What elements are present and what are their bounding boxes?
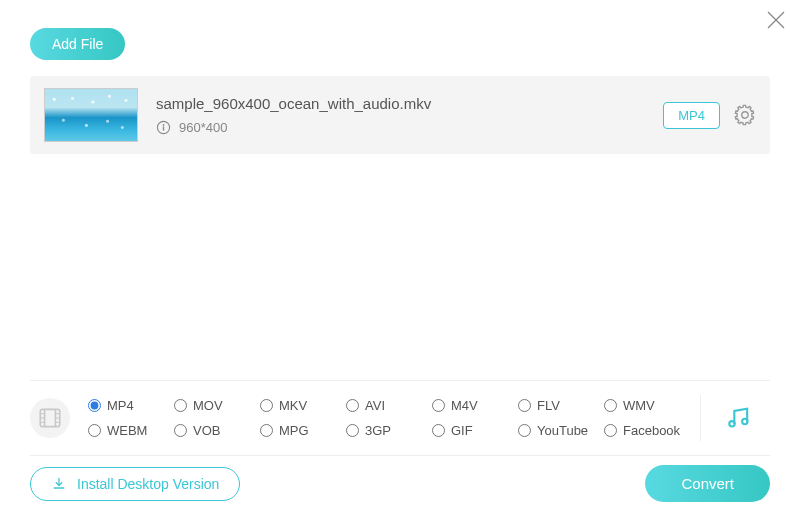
format-label: Facebook <box>623 423 680 438</box>
format-radio-youtube[interactable] <box>518 424 531 437</box>
format-label: 3GP <box>365 423 391 438</box>
video-category-icon[interactable] <box>30 398 70 438</box>
install-desktop-label: Install Desktop Version <box>77 476 219 492</box>
footer: Install Desktop Version Convert <box>30 465 770 502</box>
format-radio-flv[interactable] <box>518 399 531 412</box>
output-format-badge[interactable]: MP4 <box>663 102 720 129</box>
format-option-youtube[interactable]: YouTube <box>518 423 604 438</box>
format-radio-mov[interactable] <box>174 399 187 412</box>
format-grid: MP4MOVMKVAVIM4VFLVWMVWEBMVOBMPG3GPGIFYou… <box>88 398 690 438</box>
format-label: MPG <box>279 423 309 438</box>
format-panel: MP4MOVMKVAVIM4VFLVWMVWEBMVOBMPG3GPGIFYou… <box>30 380 770 456</box>
format-label: AVI <box>365 398 385 413</box>
install-desktop-button[interactable]: Install Desktop Version <box>30 467 240 501</box>
format-option-mov[interactable]: MOV <box>174 398 260 413</box>
format-option-avi[interactable]: AVI <box>346 398 432 413</box>
settings-button[interactable] <box>734 104 756 126</box>
format-option-wmv[interactable]: WMV <box>604 398 690 413</box>
svg-rect-4 <box>163 126 164 130</box>
file-meta: sample_960x400_ocean_with_audio.mkv 960*… <box>156 95 663 135</box>
format-label: WEBM <box>107 423 147 438</box>
format-label: MP4 <box>107 398 134 413</box>
format-radio-m4v[interactable] <box>432 399 445 412</box>
svg-point-3 <box>163 124 165 126</box>
close-button[interactable] <box>766 10 786 30</box>
file-dimensions: 960*400 <box>179 120 227 135</box>
music-icon <box>725 404 753 432</box>
format-label: VOB <box>193 423 220 438</box>
video-thumbnail <box>44 88 138 142</box>
file-list: sample_960x400_ocean_with_audio.mkv 960*… <box>30 76 770 154</box>
format-label: WMV <box>623 398 655 413</box>
format-option-gif[interactable]: GIF <box>432 423 518 438</box>
format-option-mp4[interactable]: MP4 <box>88 398 174 413</box>
format-option-3gp[interactable]: 3GP <box>346 423 432 438</box>
format-label: YouTube <box>537 423 588 438</box>
format-option-flv[interactable]: FLV <box>518 398 604 413</box>
format-label: MKV <box>279 398 307 413</box>
format-option-m4v[interactable]: M4V <box>432 398 518 413</box>
gear-icon <box>734 104 756 126</box>
format-label: FLV <box>537 398 560 413</box>
format-option-vob[interactable]: VOB <box>174 423 260 438</box>
download-icon <box>51 476 67 492</box>
format-radio-wmv[interactable] <box>604 399 617 412</box>
format-radio-mkv[interactable] <box>260 399 273 412</box>
format-option-facebook[interactable]: Facebook <box>604 423 690 438</box>
info-icon[interactable] <box>156 120 171 135</box>
format-radio-avi[interactable] <box>346 399 359 412</box>
format-radio-gif[interactable] <box>432 424 445 437</box>
file-name: sample_960x400_ocean_with_audio.mkv <box>156 95 663 112</box>
svg-point-14 <box>729 421 734 426</box>
format-label: M4V <box>451 398 478 413</box>
svg-point-15 <box>742 419 747 424</box>
close-icon <box>766 10 786 30</box>
format-radio-facebook[interactable] <box>604 424 617 437</box>
format-option-webm[interactable]: WEBM <box>88 423 174 438</box>
file-row[interactable]: sample_960x400_ocean_with_audio.mkv 960*… <box>30 76 770 154</box>
format-radio-3gp[interactable] <box>346 424 359 437</box>
format-radio-vob[interactable] <box>174 424 187 437</box>
convert-button[interactable]: Convert <box>645 465 770 502</box>
format-option-mpg[interactable]: MPG <box>260 423 346 438</box>
format-label: GIF <box>451 423 473 438</box>
format-radio-webm[interactable] <box>88 424 101 437</box>
format-radio-mpg[interactable] <box>260 424 273 437</box>
film-icon <box>37 405 63 431</box>
add-file-button[interactable]: Add File <box>30 28 125 60</box>
format-radio-mp4[interactable] <box>88 399 101 412</box>
audio-category-button[interactable] <box>700 395 753 441</box>
format-option-mkv[interactable]: MKV <box>260 398 346 413</box>
format-label: MOV <box>193 398 223 413</box>
